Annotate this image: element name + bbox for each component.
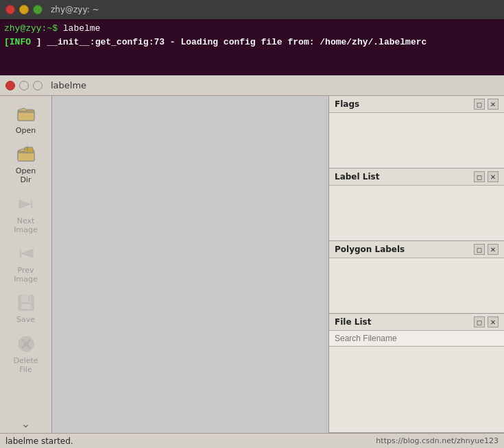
terminal-max-btn[interactable]: [33, 5, 43, 14]
polygon-labels-header: Polygon Labels ◻ ✕: [329, 241, 504, 258]
sidebar-item-save[interactable]: Save: [3, 288, 49, 327]
terminal-close-btn[interactable]: [5, 5, 15, 14]
prev-image-label: PrevImage: [14, 266, 37, 284]
label-list-body: [329, 186, 504, 240]
labelme-min-btn[interactable]: [19, 81, 29, 90]
right-panel: Flags ◻ ✕ Label List ◻ ✕: [329, 96, 504, 433]
terminal-title: zhy@zyy: ~: [51, 5, 99, 14]
svg-marker-6: [19, 200, 30, 208]
terminal-prompt: zhy@zyy:~$: [4, 23, 58, 34]
statusbar-right: https://blog.csdn.net/zhnyue123: [376, 436, 499, 445]
svg-rect-4: [25, 147, 33, 153]
open-dir-icon: [14, 142, 38, 166]
flags-panel-header: Flags ◻ ✕: [329, 96, 504, 113]
save-icon: [14, 290, 38, 315]
terminal-body: zhy@zyy:~$ labelme [INFO ] __init__:get_…: [0, 19, 504, 51]
svg-rect-1: [18, 112, 34, 121]
label-list-float-btn[interactable]: ◻: [474, 171, 485, 182]
open-label: Open: [16, 126, 36, 135]
delete-file-label: DeleteFile: [13, 356, 38, 374]
flags-panel-icons: ◻ ✕: [474, 99, 499, 110]
file-list-close-btn[interactable]: ✕: [488, 316, 499, 327]
polygon-labels-icons: ◻ ✕: [474, 244, 499, 255]
svg-rect-3: [18, 153, 34, 161]
labelme-max-btn[interactable]: [33, 81, 43, 90]
polygon-labels-panel: Polygon Labels ◻ ✕: [329, 241, 504, 314]
delete-file-icon: [14, 332, 38, 356]
open-dir-label: OpenDir: [16, 166, 36, 184]
next-image-label: NextImage: [14, 216, 37, 234]
file-list-body: [329, 331, 504, 432]
open-icon: [14, 101, 38, 126]
terminal-line-1: zhy@zyy:~$ labelme: [4, 22, 500, 36]
terminal-window: zhy@zyy: ~ zhy@zyy:~$ labelme [INFO ] __…: [0, 0, 504, 75]
terminal-info-label: [INFO: [4, 37, 31, 47]
terminal-min-btn[interactable]: [19, 5, 29, 14]
polygon-labels-float-btn[interactable]: ◻: [474, 244, 485, 255]
terminal-titlebar: zhy@zyy: ~: [0, 0, 504, 19]
polygon-labels-body: [329, 258, 504, 313]
labelme-window: labelme Open: [0, 75, 504, 448]
sidebar-item-next-image[interactable]: NextImage: [3, 189, 49, 237]
flags-panel-float-btn[interactable]: ◻: [474, 99, 485, 110]
labelme-titlebar: labelme: [0, 75, 504, 96]
next-image-icon: [14, 192, 38, 216]
sidebar-item-open-dir[interactable]: OpenDir: [3, 139, 49, 187]
flags-panel-close-btn[interactable]: ✕: [488, 99, 499, 110]
sidebar-item-prev-image[interactable]: PrevImage: [3, 238, 49, 286]
sidebar: Open OpenDir: [0, 96, 52, 433]
prev-image-icon: [14, 241, 38, 266]
main-canvas[interactable]: [52, 96, 329, 433]
file-list-title: File List: [335, 317, 371, 327]
polygon-labels-title: Polygon Labels: [335, 245, 405, 254]
flags-panel: Flags ◻ ✕: [329, 96, 504, 169]
flags-title: Flags: [335, 99, 359, 109]
labelme-body: Open OpenDir: [0, 96, 504, 433]
polygon-labels-close-btn[interactable]: ✕: [488, 244, 499, 255]
save-label: Save: [16, 315, 35, 324]
sidebar-chevron: ⌄: [19, 414, 33, 433]
label-list-panel: Label List ◻ ✕: [329, 169, 504, 241]
terminal-line-2: [INFO ] __init__:get_config:73 - Loading…: [4, 36, 500, 49]
search-filename-input[interactable]: [329, 331, 504, 347]
svg-rect-13: [28, 296, 30, 301]
file-list-float-btn[interactable]: ◻: [474, 316, 485, 327]
terminal-command: labelme: [58, 23, 100, 34]
labelme-title: labelme: [51, 80, 86, 90]
sidebar-item-open[interactable]: Open: [3, 99, 49, 138]
label-list-title: Label List: [335, 172, 379, 182]
file-list-header: File List ◻ ✕: [329, 314, 504, 331]
file-list-panel: File List ◻ ✕: [329, 314, 504, 433]
terminal-info-detail: ] __init__:get_config:73 - Loading confi…: [31, 37, 427, 47]
statusbar: labelme started. https://blog.csdn.net/z…: [0, 433, 504, 448]
labelme-close-btn[interactable]: [5, 81, 15, 90]
label-list-panel-icons: ◻ ✕: [474, 171, 499, 182]
svg-marker-8: [22, 249, 33, 258]
svg-rect-12: [21, 304, 31, 309]
file-list-icons: ◻ ✕: [474, 316, 499, 327]
statusbar-left: labelme started.: [5, 436, 73, 446]
flags-panel-body: [329, 113, 504, 168]
label-list-close-btn[interactable]: ✕: [488, 171, 499, 182]
sidebar-item-delete-file[interactable]: DeleteFile: [3, 329, 49, 377]
label-list-header: Label List ◻ ✕: [329, 169, 504, 186]
terminal-info-line: [INFO ] __init__:get_config:73 - Loading…: [4, 37, 427, 47]
